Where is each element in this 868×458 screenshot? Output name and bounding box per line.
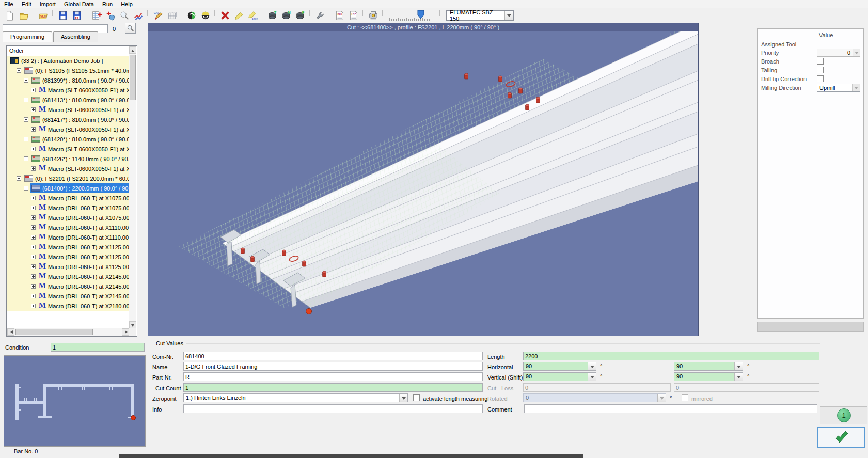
tree-item[interactable]: Macro (DRL-060-T) at X1125.00 (7, 262, 129, 272)
vertical-angle-arrow-1[interactable] (588, 373, 596, 381)
zoom-slider[interactable] (388, 9, 435, 22)
tree-item[interactable]: Macro (DRL-060-T) at X1075.00 (7, 213, 129, 223)
db-profile-icon[interactable]: P (294, 9, 307, 22)
tree-expander[interactable] (31, 225, 36, 230)
tree-item[interactable]: (0): FS2201 (FS2201 200.0mm * 60.0mm ) (7, 173, 129, 183)
priority-dropdown-arrow[interactable] (853, 49, 860, 56)
save-as-icon[interactable] (70, 9, 83, 22)
horizontal-angle-arrow-2[interactable] (734, 362, 743, 370)
settings-wrench-icon[interactable] (313, 9, 326, 22)
tab-programming[interactable]: Programming (3, 31, 52, 42)
tree-item[interactable]: Macro (DRL-060-T) at X1075.00 (7, 203, 129, 213)
tree-item[interactable]: Macro (SLT-0600X0050-F1) at X405.00 (7, 124, 129, 134)
pp-file-icon[interactable]: PP (347, 9, 360, 22)
macro-list-icon[interactable] (132, 9, 145, 22)
db-machine-icon[interactable]: M (280, 9, 293, 22)
menu-edit[interactable]: Edit (18, 1, 36, 8)
tree-expander[interactable] (31, 274, 36, 279)
tree-vertical-scrollbar[interactable] (129, 46, 136, 328)
tree-expander[interactable] (31, 304, 36, 308)
tree-expander[interactable] (31, 166, 36, 171)
menu-import[interactable]: Import (36, 1, 60, 8)
machine-select-arrow[interactable] (504, 11, 513, 20)
scroll-thumb[interactable] (130, 55, 136, 100)
tree-item[interactable]: Macro (SLT-0600X0050-F1) at X405.00 (7, 85, 129, 95)
tree-item[interactable]: Macro (DRL-060-T) at X2180.00 (7, 301, 129, 311)
tree-expander[interactable] (31, 245, 36, 249)
insert-program-icon[interactable] (90, 9, 103, 22)
tree-item[interactable]: (681400*) : 2200.0mm ( 90.0° / 90.0° ) (7, 183, 129, 193)
tree-item[interactable]: Macro (SLT-0600X0050-F1) at X405.00 (7, 105, 129, 115)
tree-item[interactable]: (681426*) : 1140.0mm ( 90.0° / 90.0° ) (7, 154, 129, 164)
tree-item[interactable]: (681399*) : 810.0mm ( 90.0° / 90.0° ) (7, 75, 129, 85)
tree-expander[interactable] (31, 196, 36, 200)
delete-icon[interactable] (218, 9, 231, 22)
name-input[interactable] (183, 362, 483, 371)
tab-assembling[interactable]: Assembling (53, 31, 98, 42)
tree-expander[interactable] (31, 284, 36, 289)
menu-help[interactable]: Help (117, 1, 137, 8)
cut-count-input[interactable] (183, 383, 483, 392)
tree-expander[interactable] (17, 176, 21, 181)
tree-item[interactable]: Macro (DRL-060-T) at X2145.00 (7, 272, 129, 281)
vertical-angle-select-1[interactable]: 90 (523, 372, 596, 381)
milling-direction-arrow[interactable] (852, 84, 860, 91)
tree-expander[interactable] (31, 294, 36, 298)
drill-tip-correction-checkbox[interactable] (817, 75, 824, 82)
tree-item[interactable]: Macro (DRL-060-T) at X1075.00 (7, 193, 129, 203)
tree-expander[interactable] (24, 117, 28, 122)
tree-item[interactable]: Macro (DRL-060-T) at X1110.00 (7, 223, 129, 232)
scroll-down-button[interactable] (129, 321, 136, 328)
menu-global-data[interactable]: Global Data (60, 1, 98, 8)
note-icon[interactable] (232, 9, 245, 22)
tailing-checkbox[interactable] (817, 67, 824, 73)
scroll-left-button[interactable] (7, 328, 14, 336)
mirrored-checkbox[interactable] (682, 394, 688, 401)
horizontal-angle-arrow-1[interactable] (588, 362, 596, 370)
tree-expander[interactable] (24, 156, 28, 161)
scroll-up-button[interactable] (129, 46, 136, 54)
broach-checkbox[interactable] (817, 58, 824, 65)
nc-file-icon[interactable]: NC (333, 9, 346, 22)
tree-item[interactable]: Macro (DRL-060-T) at X1125.00 (7, 252, 129, 262)
confirm-button[interactable] (817, 427, 865, 448)
tree-expander[interactable] (24, 186, 28, 191)
menu-file[interactable]: File (0, 1, 18, 8)
tree-expander[interactable] (31, 264, 36, 269)
tree-expander[interactable] (17, 68, 21, 73)
tree-expander[interactable] (31, 107, 36, 112)
machine-select[interactable]: ELUMATEC SBZ 150 (446, 10, 514, 21)
tree-item[interactable]: (681420*) : 810.0mm ( 90.0° / 90.0° ) (7, 134, 129, 144)
priority-input[interactable]: 0 (817, 49, 860, 57)
scroll-thumb[interactable] (15, 329, 93, 335)
tree-expander[interactable] (31, 127, 36, 132)
zeropoint-arrow[interactable] (399, 394, 407, 402)
tree-expander[interactable] (31, 255, 36, 259)
db-tool-icon[interactable]: T (266, 9, 279, 22)
comment-input[interactable] (524, 404, 817, 413)
tree-item[interactable]: Macro (SLT-0600X0050-F1) at X570.00 (7, 164, 129, 173)
rotate-view-green-icon[interactable] (185, 9, 198, 22)
part-nr-input[interactable] (183, 372, 483, 381)
open-file-icon[interactable] (17, 9, 30, 22)
transfer-machine-icon[interactable] (367, 9, 380, 22)
tree-expander[interactable] (24, 78, 28, 83)
tree-item[interactable]: Macro (DRL-060-T) at X2145.00 (7, 291, 129, 301)
tree-expander[interactable] (31, 235, 36, 240)
com-nr-input[interactable] (183, 352, 483, 360)
tree-item[interactable]: Macro (SLT-0600X0050-F1) at X405.00 (7, 144, 129, 154)
menu-run[interactable]: Run (98, 1, 117, 8)
length-input[interactable] (523, 352, 819, 360)
vertical-angle-select-2[interactable]: 90 (674, 372, 743, 381)
tree-item[interactable]: (681417*) : 810.0mm ( 90.0° / 90.0° ) (7, 115, 129, 124)
tree-item[interactable]: Macro (DRL-060-T) at X1110.00 (7, 232, 129, 242)
activate-length-measuring-checkbox[interactable] (413, 394, 420, 401)
step-count-button[interactable]: 1 (820, 406, 867, 424)
rotate-view-yellow-icon[interactable] (199, 9, 212, 22)
tree-item[interactable]: (0): FS1105 (FS1105 15.1mm * 40.0mm ) (7, 66, 129, 75)
add-fitting-icon[interactable] (104, 9, 117, 22)
horizontal-angle-select-1[interactable]: 90 (523, 362, 596, 371)
info-input[interactable] (183, 404, 483, 413)
tree-expander[interactable] (31, 88, 36, 92)
zeropoint-select[interactable]: 1.) Hinten Links Einzeln (183, 393, 408, 402)
